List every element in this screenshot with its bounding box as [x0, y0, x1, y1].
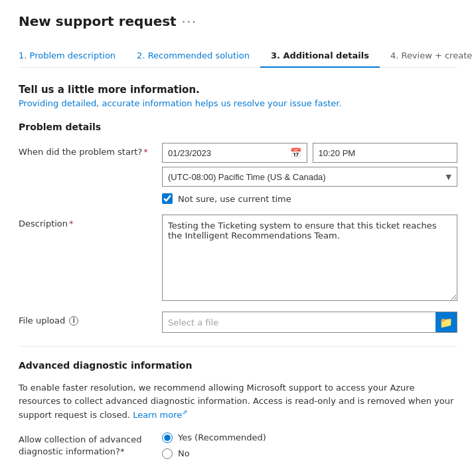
radio-no-label[interactable]: No: [178, 448, 190, 458]
description-required: *: [69, 219, 74, 229]
description-controls: Testing the Ticketing system to ensure t…: [162, 215, 457, 301]
when-label: When did the problem start?*: [19, 143, 151, 157]
diag-form-label: Allow collection of advanced diagnostic …: [19, 432, 151, 458]
file-upload-button[interactable]: 📁: [436, 312, 457, 332]
problem-start-row: When did the problem start?* 📅 (UTC-08:0…: [19, 143, 457, 204]
advanced-diag-heading: Advanced diagnostic information: [19, 360, 457, 371]
calendar-icon: 📅: [290, 147, 301, 158]
step-1-problem-description[interactable]: 1. Problem description: [19, 45, 126, 67]
radio-yes[interactable]: [162, 432, 173, 443]
page-title-ellipsis[interactable]: ···: [182, 15, 197, 29]
file-upload-row: File upload i Select a file 📁: [19, 312, 457, 333]
radio-no-row: No: [162, 448, 266, 459]
step-2-recommended-solution[interactable]: 2. Recommended solution: [126, 45, 260, 67]
file-input-placeholder: Select a file: [163, 318, 436, 327]
timezone-select-wrap: (UTC-08:00) Pacific Time (US & Canada) ▼: [162, 167, 457, 187]
advanced-diag-body: To enable faster resolution, we recommen…: [19, 381, 457, 422]
section-heading: Tell us a little more information.: [19, 84, 457, 96]
date-input-wrap: 📅: [162, 143, 307, 163]
learn-more-link[interactable]: Learn more⇗: [133, 410, 188, 420]
not-sure-checkbox[interactable]: [162, 193, 173, 204]
radio-yes-row: Yes (Recommended): [162, 432, 266, 443]
not-sure-label[interactable]: Not sure, use current time: [178, 194, 291, 204]
section-divider: [19, 346, 457, 347]
not-sure-checkbox-row: Not sure, use current time: [162, 193, 457, 204]
date-time-row: 📅: [162, 143, 457, 163]
description-row: Description* Testing the Ticketing syste…: [19, 215, 457, 301]
time-input-wrap: [313, 143, 458, 163]
diag-required: *: [120, 446, 125, 456]
external-link-icon: ⇗: [182, 409, 187, 416]
file-upload-controls: Select a file 📁: [162, 312, 457, 333]
chevron-down-icon: ▼: [446, 173, 451, 181]
radio-no[interactable]: [162, 448, 173, 459]
stepper: 1. Problem description 2. Recommended so…: [19, 45, 457, 68]
file-upload-label: File upload i: [19, 312, 151, 326]
date-input[interactable]: [168, 148, 287, 158]
description-label: Description*: [19, 215, 151, 229]
file-upload-wrap: Select a file 📁: [162, 312, 457, 333]
page-title: New support request: [19, 13, 177, 29]
step-4-review-create: 4. Review + create: [380, 45, 476, 67]
folder-icon: 📁: [439, 316, 453, 329]
description-textarea[interactable]: Testing the Ticketing system to ensure t…: [162, 215, 457, 301]
timezone-select[interactable]: (UTC-08:00) Pacific Time (US & Canada): [168, 172, 443, 182]
when-required: *: [143, 147, 148, 157]
step-3-additional-details[interactable]: 3. Additional details: [260, 45, 380, 67]
radio-yes-label[interactable]: Yes (Recommended): [178, 432, 266, 442]
time-input[interactable]: [319, 148, 452, 158]
page-title-row: New support request ···: [19, 13, 457, 29]
section-subtitle: Providing detailed, accurate information…: [19, 98, 457, 108]
file-upload-info-icon[interactable]: i: [69, 316, 78, 326]
diag-radio-group: Yes (Recommended) No: [162, 432, 266, 459]
when-controls: 📅 (UTC-08:00) Pacific Time (US & Canada)…: [162, 143, 457, 204]
problem-details-heading: Problem details: [19, 122, 457, 132]
diag-form-row: Allow collection of advanced diagnostic …: [19, 432, 457, 459]
